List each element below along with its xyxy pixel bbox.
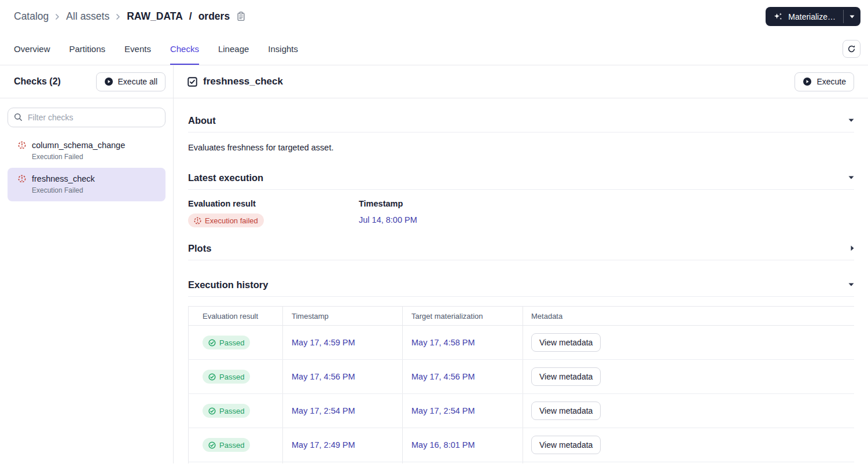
materialize-dropdown-button[interactable] bbox=[844, 7, 860, 26]
execute-label: Execute bbox=[816, 77, 846, 86]
metadata-cell bbox=[523, 462, 854, 463]
tab[interactable]: Checks bbox=[170, 33, 199, 65]
table-row: Passed May 17, 2:49 PM May 16, 8:01 PM V… bbox=[188, 428, 854, 462]
materialize-split-button: Materialize… bbox=[766, 7, 860, 26]
top-bar: Catalog All assets RAW_DATA / orders Mat… bbox=[0, 0, 868, 33]
materialize-button[interactable]: Materialize… bbox=[766, 7, 843, 26]
timestamp-block: Timestamp Jul 14, 8:00 PM bbox=[359, 199, 417, 227]
breadcrumb-asset-name: orders bbox=[198, 10, 230, 23]
check-detail-content: About Evaluates freshness for targeted a… bbox=[174, 98, 868, 463]
metadata-cell: View metadata bbox=[523, 326, 854, 359]
table-row: Passed May 17, 4:56 PM May 17, 4:56 PM V… bbox=[188, 360, 854, 394]
search-icon bbox=[14, 113, 23, 121]
timestamp-cell: May 17, 4:59 PM bbox=[282, 326, 402, 359]
about-heading: About bbox=[188, 115, 216, 126]
check-list-item[interactable]: column_schema_change Execution Failed bbox=[8, 134, 165, 168]
check-circle-icon bbox=[208, 407, 216, 415]
timestamp-cell: May 17, 4:56 PM bbox=[282, 360, 402, 393]
execution-failed-icon bbox=[194, 217, 201, 224]
refresh-button[interactable] bbox=[843, 40, 860, 58]
target-materialization-cell bbox=[402, 462, 523, 463]
table-row: Passed May 17, 2:54 PM May 17, 2:54 PM V… bbox=[188, 394, 854, 428]
execution-history-section-header[interactable]: Execution history bbox=[188, 278, 854, 292]
passed-badge: Passed bbox=[203, 370, 250, 384]
execute-button[interactable]: Execute bbox=[795, 72, 854, 91]
table-row-partial bbox=[188, 462, 854, 463]
passed-badge-label: Passed bbox=[219, 338, 244, 347]
target-materialization-link[interactable]: May 17, 4:58 PM bbox=[411, 338, 475, 347]
tab[interactable]: Overview bbox=[14, 33, 50, 65]
evaluation-result-block: Evaluation result Execution failed bbox=[188, 199, 359, 227]
metadata-cell: View metadata bbox=[523, 394, 854, 428]
passed-badge-label: Passed bbox=[219, 441, 244, 450]
plots-heading: Plots bbox=[188, 243, 211, 254]
view-metadata-button[interactable]: View metadata bbox=[531, 436, 601, 454]
play-circle-icon bbox=[803, 77, 812, 86]
refresh-icon bbox=[847, 45, 856, 53]
tab-label: Insights bbox=[268, 44, 298, 54]
timestamp-link[interactable]: May 17, 2:49 PM bbox=[292, 440, 355, 450]
execution-failed-badge: Execution failed bbox=[188, 213, 264, 227]
execute-all-label: Execute all bbox=[118, 77, 157, 86]
timestamp-link[interactable]: May 17, 4:56 PM bbox=[292, 372, 355, 381]
breadcrumb-asset-group[interactable]: RAW_DATA bbox=[127, 10, 183, 23]
divider bbox=[188, 189, 854, 190]
caret-right-icon[interactable] bbox=[851, 245, 854, 251]
check-name: freshness_check bbox=[32, 173, 95, 185]
tab[interactable]: Insights bbox=[268, 33, 298, 65]
metadata-cell: View metadata bbox=[523, 428, 854, 462]
check-detail-pane: freshness_check Execute About Evaluates … bbox=[174, 65, 868, 463]
view-metadata-button[interactable]: View metadata bbox=[531, 333, 601, 352]
divider bbox=[188, 260, 854, 260]
check-square-icon bbox=[187, 77, 197, 87]
breadcrumb-catalog[interactable]: Catalog bbox=[14, 10, 49, 23]
check-circle-icon bbox=[208, 373, 216, 381]
tab-label: Overview bbox=[14, 44, 50, 54]
checks-count-title: Checks (2) bbox=[14, 76, 61, 87]
filter-checks-input[interactable] bbox=[8, 108, 165, 127]
table-row: Passed May 17, 4:59 PM May 17, 4:58 PM V… bbox=[188, 326, 854, 360]
timestamp-link[interactable]: May 17, 2:54 PM bbox=[292, 406, 355, 415]
check-detail-header: freshness_check Execute bbox=[174, 65, 868, 98]
filter-wrap bbox=[8, 108, 165, 127]
execute-all-button[interactable]: Execute all bbox=[96, 72, 165, 91]
target-materialization-cell: May 17, 4:58 PM bbox=[402, 326, 523, 359]
column-header: Timestamp bbox=[282, 307, 402, 325]
about-section-header[interactable]: About bbox=[188, 113, 854, 127]
sparkle-icon bbox=[773, 12, 784, 21]
breadcrumb: Catalog All assets RAW_DATA / orders bbox=[14, 10, 245, 23]
tab[interactable]: Partitions bbox=[69, 33, 106, 65]
latest-execution-section-header[interactable]: Latest execution bbox=[188, 171, 854, 185]
passed-badge-label: Passed bbox=[219, 373, 244, 381]
tab[interactable]: Events bbox=[124, 33, 151, 65]
timestamp-link[interactable]: May 17, 4:59 PM bbox=[292, 338, 355, 347]
execution-history-heading: Execution history bbox=[188, 279, 268, 290]
target-materialization-link[interactable]: May 16, 8:01 PM bbox=[411, 440, 475, 450]
target-materialization-link[interactable]: May 17, 4:56 PM bbox=[411, 372, 475, 381]
caret-down-icon[interactable] bbox=[848, 176, 854, 179]
passed-badge: Passed bbox=[203, 438, 250, 452]
materialize-label: Materialize… bbox=[788, 12, 836, 21]
plots-section-header[interactable]: Plots bbox=[188, 241, 854, 255]
evaluation-result-cell: Passed bbox=[188, 326, 282, 359]
view-metadata-button[interactable]: View metadata bbox=[531, 367, 601, 386]
tab[interactable]: Lineage bbox=[218, 33, 249, 65]
evaluation-result-cell: Passed bbox=[188, 394, 282, 428]
target-materialization-link[interactable]: May 17, 2:54 PM bbox=[411, 406, 475, 415]
breadcrumb-all-assets[interactable]: All assets bbox=[66, 10, 109, 23]
timestamp-cell: May 17, 2:49 PM bbox=[282, 428, 402, 462]
execution-history-table: Evaluation result Timestamp Target mater… bbox=[188, 306, 854, 463]
tab-label: Lineage bbox=[218, 44, 249, 54]
view-metadata-button[interactable]: View metadata bbox=[531, 402, 601, 420]
chevron-right-icon bbox=[115, 13, 121, 20]
passed-badge-label: Passed bbox=[219, 407, 244, 415]
caret-down-icon[interactable] bbox=[848, 283, 854, 286]
passed-badge: Passed bbox=[203, 404, 250, 418]
caret-down-icon[interactable] bbox=[848, 119, 854, 122]
copy-clipboard-icon[interactable] bbox=[237, 12, 245, 21]
latest-timestamp-link[interactable]: Jul 14, 8:00 PM bbox=[359, 215, 417, 224]
check-list-item[interactable]: freshness_check Execution Failed bbox=[8, 168, 165, 201]
caret-down-icon bbox=[849, 15, 855, 19]
passed-badge: Passed bbox=[203, 336, 250, 349]
column-header: Metadata bbox=[523, 307, 854, 325]
